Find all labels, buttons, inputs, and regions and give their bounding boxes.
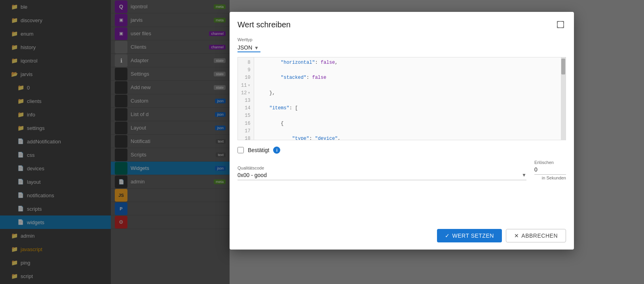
- checkbox-row: Bestätigt i: [237, 147, 566, 154]
- erloschen-label: Erlöschen: [534, 160, 566, 165]
- write-value-dialog: Wert schreiben Werttyp JSON ▼ 8 9 1: [230, 12, 574, 250]
- svg-rect-0: [557, 21, 564, 28]
- in-sekunden-label: in Sekunden: [534, 175, 566, 180]
- dialog-body: Werttyp JSON ▼ 8 9 10 11 ▾ 12 ▾ 13 14 15…: [230, 34, 574, 224]
- dialog-header: Wert schreiben: [230, 12, 574, 34]
- werttyp-select[interactable]: JSON: [237, 44, 260, 52]
- line-num: 14: [241, 105, 251, 112]
- erloschen-input-wrap: 0: [534, 166, 566, 175]
- line-num: 16: [241, 120, 251, 128]
- line-num: 11 ▾: [241, 82, 251, 90]
- checkmark-icon: ✓: [445, 233, 450, 239]
- line-num: 18: [241, 135, 251, 140]
- werttyp-select-wrap: JSON ▼: [237, 44, 566, 52]
- line-num: 9: [241, 67, 251, 74]
- info-icon[interactable]: i: [273, 147, 280, 154]
- line-num: 8: [241, 59, 251, 67]
- qualitat-select-wrap: 0x00 - good ▼: [237, 172, 526, 180]
- quality-row: Qualitätscode 0x00 - good ▼ Erlöschen 0 …: [237, 160, 566, 180]
- abbrechen-label: ABBRECHEN: [521, 233, 558, 239]
- line-num: 13: [241, 97, 251, 105]
- wert-setzen-button[interactable]: ✓ WERT SETZEN: [437, 229, 502, 242]
- qualitat-dropdown-arrow-icon: ▼: [522, 172, 526, 178]
- code-scrollbar-thumb: [561, 59, 565, 74]
- erloschen-field: Erlöschen 0 in Sekunden: [534, 160, 566, 180]
- line-num: 15: [241, 112, 251, 120]
- qualitat-select[interactable]: 0x00 - good: [237, 172, 522, 178]
- erloschen-input[interactable]: 0: [534, 166, 558, 173]
- abbrechen-button[interactable]: ✕ ABBRECHEN: [506, 229, 566, 242]
- line-num: 10: [241, 74, 251, 82]
- qualitat-field: Qualitätscode 0x00 - good ▼: [237, 166, 526, 180]
- werttyp-label: Werttyp: [237, 37, 566, 42]
- code-scrollbar[interactable]: [561, 57, 566, 140]
- qualitat-label: Qualitätscode: [237, 166, 526, 170]
- bestatigt-label[interactable]: Bestätigt: [248, 147, 269, 153]
- line-numbers: 8 9 10 11 ▾ 12 ▾ 13 14 15 16 17 18 19: [238, 57, 254, 140]
- line-num: 17: [241, 128, 251, 135]
- code-editor[interactable]: 8 9 10 11 ▾ 12 ▾ 13 14 15 16 17 18 19 "h…: [237, 57, 566, 140]
- close-icon: ✕: [514, 233, 519, 239]
- dialog-footer: ✓ WERT SETZEN ✕ ABBRECHEN: [230, 224, 574, 250]
- code-text: "horizontal": false, "stacked": false },…: [254, 57, 561, 140]
- dialog-title: Wert schreiben: [237, 20, 291, 29]
- wert-setzen-label: WERT SETZEN: [452, 233, 494, 239]
- bestatigt-checkbox[interactable]: [237, 147, 244, 153]
- dialog-expand-button[interactable]: [555, 19, 566, 30]
- line-num: 12 ▾: [241, 90, 251, 97]
